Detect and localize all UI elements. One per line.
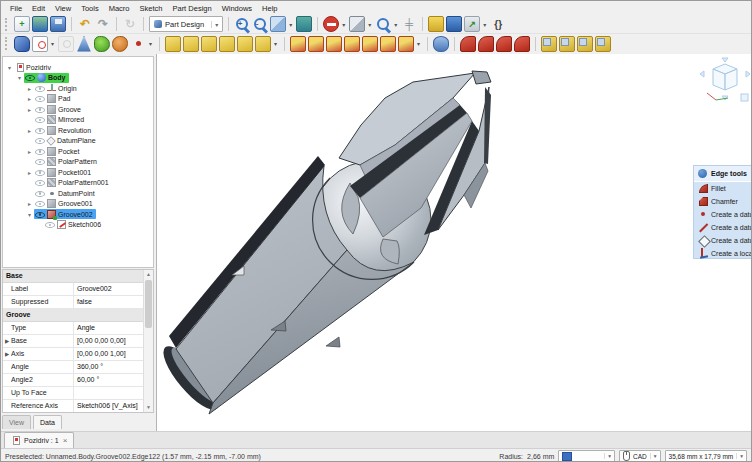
zoom-in-icon[interactable]: +	[234, 16, 250, 32]
hole-icon[interactable]	[308, 36, 324, 52]
group-folder-icon[interactable]	[446, 16, 462, 32]
chevron-down-icon[interactable]: ▾	[272, 40, 279, 47]
panel-tab-data[interactable]: Data	[33, 415, 62, 429]
panel-tab-view[interactable]: View	[2, 415, 31, 429]
view-dimensions-dropdown[interactable]: 35,68 mm x 17,79 mm ▾	[665, 450, 747, 462]
measure-icon[interactable]: ╪	[401, 16, 417, 32]
document-tab[interactable]: Pozidriv : 1 ×	[4, 432, 74, 448]
chevron-down-icon[interactable]: ▾	[287, 21, 294, 28]
menu-macro[interactable]: Macro	[104, 3, 135, 14]
expander-closed-icon[interactable]: ▸	[25, 200, 34, 207]
property-scrollbar[interactable]: ▲ ▼	[143, 270, 153, 412]
subtractive-primitive-icon[interactable]	[398, 36, 414, 52]
thickness-icon[interactable]	[514, 36, 530, 52]
menu-windows[interactable]: Windows	[217, 3, 257, 14]
zoom-out-icon[interactable]: -	[252, 16, 268, 32]
shape-binder-icon[interactable]	[94, 36, 110, 52]
additive-helix-icon[interactable]	[237, 36, 253, 52]
property-value[interactable]: 360,00 °	[74, 361, 144, 373]
menu-help[interactable]: Help	[257, 3, 282, 14]
expander-open-icon[interactable]: ▾	[25, 211, 34, 218]
edge-tools-item-create-a-datum-plane[interactable]: Create a datum plane	[694, 234, 752, 247]
datum-tools-icon[interactable]	[130, 36, 146, 52]
edge-tools-item-create-a-datum-point[interactable]: Create a datum point	[694, 208, 752, 221]
tree-item-groove[interactable]: ▸Groove	[3, 104, 153, 115]
tree-item-sketch006[interactable]: Sketch006	[3, 220, 153, 231]
additive-pipe-icon[interactable]	[219, 36, 235, 52]
edge-tools-item-create-a-datum-line[interactable]: Create a datum line	[694, 221, 752, 234]
draft-icon[interactable]	[496, 36, 512, 52]
redo-icon[interactable]: ↷	[95, 16, 111, 32]
align-view-icon[interactable]	[296, 16, 312, 32]
expander-closed-icon[interactable]: ▸	[25, 127, 34, 134]
chevron-down-icon[interactable]: ▾	[392, 21, 399, 28]
3d-viewport[interactable]: Edge tools × FilletChamferCreate a datum…	[157, 54, 752, 431]
create-body-icon[interactable]	[14, 36, 30, 52]
tree-item-mirrored[interactable]: Mirrored	[3, 115, 153, 126]
clone-icon[interactable]	[112, 36, 128, 52]
fillet-icon[interactable]	[460, 36, 476, 52]
multitransform-icon[interactable]	[595, 36, 611, 52]
axonometric-view-icon[interactable]	[270, 16, 286, 32]
polar-pattern-icon[interactable]	[577, 36, 593, 52]
additive-primitive-icon[interactable]	[255, 36, 271, 52]
linear-pattern-icon[interactable]	[559, 36, 575, 52]
tree-item-pozidriv[interactable]: ▾Pozidriv	[3, 62, 153, 73]
save-icon[interactable]	[50, 16, 66, 32]
pozidriv-bit-model[interactable]	[157, 54, 752, 431]
expander-closed-icon[interactable]: ▸	[25, 148, 34, 155]
property-value[interactable]: Groove002	[74, 283, 144, 295]
tree-item-pocket[interactable]: ▸Pocket	[3, 146, 153, 157]
tree-item-revolution[interactable]: ▸Revolution	[3, 125, 153, 136]
close-tab-icon[interactable]: ×	[63, 436, 68, 445]
additive-loft-icon[interactable]	[201, 36, 217, 52]
tree-item-datumpoint[interactable]: DatumPoint	[3, 188, 153, 199]
tree-item-body[interactable]: ▾Body	[3, 73, 153, 84]
subtractive-helix-icon[interactable]	[380, 36, 396, 52]
expander-open-icon[interactable]: ▾	[5, 64, 14, 71]
zoom-tools-icon[interactable]	[375, 16, 391, 32]
property-value[interactable]: false	[74, 296, 144, 308]
expression-editor-icon[interactable]: {}	[490, 16, 506, 32]
tree-item-datumplane[interactable]: DatumPlane	[3, 136, 153, 147]
expander-closed-icon[interactable]: ▸	[25, 106, 34, 113]
expander-closed-icon[interactable]: ▸	[25, 169, 34, 176]
chamfer-icon[interactable]	[478, 36, 494, 52]
tree-item-polarpattern[interactable]: PolarPattern	[3, 157, 153, 168]
chevron-down-icon[interactable]: ▾	[366, 21, 373, 28]
groove-icon[interactable]	[326, 36, 342, 52]
menu-tools[interactable]: Tools	[76, 3, 104, 14]
chevron-down-icon[interactable]: ▾	[147, 40, 154, 47]
tree-item-pocket001[interactable]: ▸Pocket001	[3, 167, 153, 178]
property-value[interactable]: Angle	[74, 322, 144, 334]
revolution-icon[interactable]	[183, 36, 199, 52]
expander-closed-icon[interactable]: ▶	[3, 348, 11, 360]
property-value[interactable]: Sketch006 [V_Axis]	[74, 400, 144, 412]
tree-item-polarpattern001[interactable]: PolarPattern001	[3, 178, 153, 189]
property-value[interactable]	[74, 387, 144, 399]
edge-tools-item-fillet[interactable]: Fillet	[694, 182, 752, 195]
new-document-icon[interactable]: +	[14, 16, 30, 32]
navigation-cube[interactable]	[699, 57, 751, 107]
menu-sketch[interactable]: Sketch	[135, 3, 168, 14]
create-sketch-icon[interactable]	[32, 36, 48, 52]
chevron-down-icon[interactable]: ▾	[49, 40, 56, 47]
scroll-thumb[interactable]	[145, 280, 152, 328]
undo-icon[interactable]: ↶	[77, 16, 93, 32]
line-color-dropdown[interactable]: ▾	[558, 450, 615, 462]
menu-file[interactable]: File	[5, 3, 27, 14]
open-document-icon[interactable]	[32, 16, 48, 32]
tree-item-groove001[interactable]: ▸Groove001	[3, 199, 153, 210]
pocket-icon[interactable]	[290, 36, 306, 52]
subtractive-pipe-icon[interactable]	[362, 36, 378, 52]
pad-icon[interactable]	[165, 36, 181, 52]
property-value[interactable]: [0,00 0,00 1,00]	[74, 348, 144, 360]
property-value[interactable]: [0,00 0,00 0,00]	[74, 335, 144, 347]
expander-closed-icon[interactable]: ▸	[25, 85, 34, 92]
subtractive-loft-icon[interactable]	[344, 36, 360, 52]
boolean-operation-icon[interactable]	[433, 36, 449, 52]
mirrored-icon[interactable]	[541, 36, 557, 52]
expander-closed-icon[interactable]: ▸	[25, 95, 34, 102]
tree-item-origin[interactable]: ▸Origin	[3, 83, 153, 94]
edge-tools-item-create-a-local-coordinate-system[interactable]: Create a local coordinate system	[694, 247, 752, 260]
